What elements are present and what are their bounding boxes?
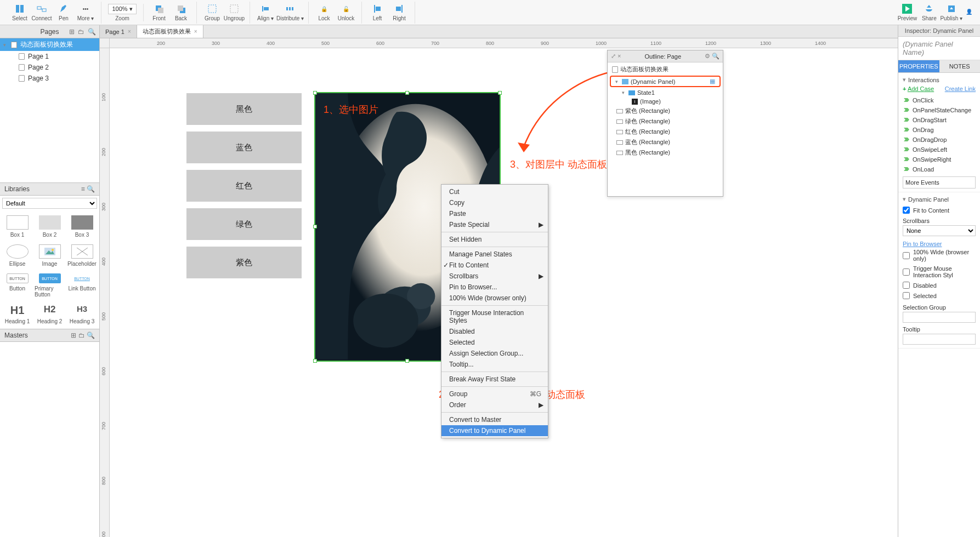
lib-placeholder[interactable]: Placeholder: [67, 242, 97, 269]
select-button[interactable]: Select: [9, 2, 31, 24]
ctx-tooltip[interactable]: Tooltip...: [441, 359, 548, 370]
ctx-group[interactable]: Group⌘G: [441, 389, 548, 399]
library-dropdown[interactable]: Default: [2, 198, 97, 209]
selected-checkbox[interactable]: Selected: [903, 290, 976, 301]
ctx-selected[interactable]: Selected: [441, 337, 548, 348]
ctx-100-wide[interactable]: 100% Wide (browser only): [441, 293, 548, 304]
outline-state[interactable]: ▾State1: [608, 88, 723, 97]
front-button[interactable]: Front: [148, 2, 170, 24]
page-tree-item[interactable]: Page 2: [0, 62, 99, 73]
more-button[interactable]: •••More ▾: [75, 2, 97, 24]
unpin-icon[interactable]: ⤢: [611, 53, 616, 59]
menu-icon[interactable]: ≡: [81, 185, 85, 193]
disabled-checkbox[interactable]: Disabled: [903, 280, 976, 290]
event-onpanelstatechange[interactable]: OnPanelStateChange: [903, 105, 976, 115]
ctx-break-state[interactable]: Break Away First State: [441, 374, 548, 385]
event-ondragstart[interactable]: OnDragStart: [903, 115, 976, 125]
canvas-area[interactable]: 200 300 400 500 600 700 800 900 1000 110…: [100, 38, 898, 537]
trigger-checkbox[interactable]: Trigger Mouse Interaction Styl: [903, 264, 976, 280]
search-icon[interactable]: 🔍: [712, 53, 720, 59]
filter-icon[interactable]: ⚙: [705, 53, 710, 59]
button-purple[interactable]: 紫色: [186, 247, 302, 278]
close-icon[interactable]: ×: [618, 53, 621, 59]
close-icon[interactable]: ×: [128, 28, 131, 35]
event-onswiperight[interactable]: OnSwipeRight: [903, 155, 976, 164]
ctx-set-hidden[interactable]: Set Hidden: [441, 234, 548, 245]
group-button[interactable]: Group: [201, 2, 223, 24]
page-tree-item[interactable]: Page 3: [0, 73, 99, 84]
ctx-copy[interactable]: Copy: [441, 197, 548, 208]
pen-button[interactable]: Pen: [53, 2, 75, 24]
back-button[interactable]: Back: [170, 2, 192, 24]
tooltip-input[interactable]: [903, 334, 976, 345]
button-black[interactable]: 黑色: [186, 93, 302, 125]
outline-rect[interactable]: 红色 (Rectangle): [608, 127, 723, 137]
ctx-cut[interactable]: Cut: [441, 186, 548, 197]
ctx-disabled[interactable]: Disabled: [441, 326, 548, 337]
wide-checkbox[interactable]: 100% Wide (browser only): [903, 247, 976, 264]
distribute-button[interactable]: Distribute ▾: [276, 2, 304, 24]
outline-root[interactable]: 动态面板切换效果: [608, 64, 723, 75]
outline-rect[interactable]: 蓝色 (Rectangle): [608, 137, 723, 147]
add-folder-icon[interactable]: 🗀: [78, 28, 84, 36]
search-icon[interactable]: 🔍: [88, 28, 96, 36]
search-icon[interactable]: 🔍: [87, 185, 95, 193]
share-button[interactable]: Share: [918, 2, 940, 24]
lib-primary-button[interactable]: BUTTONPrimary Button: [35, 271, 65, 300]
close-icon[interactable]: ×: [194, 28, 197, 35]
user-icon[interactable]: 👤: [962, 2, 976, 24]
page-tree-item[interactable]: Page 1: [0, 51, 99, 62]
tab-properties[interactable]: PROPERTIES: [898, 60, 939, 73]
align-left-button[interactable]: Left: [366, 2, 388, 24]
add-master-icon[interactable]: ⊞: [71, 332, 76, 339]
fit-to-content-checkbox[interactable]: Fit to Content: [903, 205, 976, 215]
outline-rect[interactable]: 绿色 (Rectangle): [608, 116, 723, 127]
lib-image[interactable]: Image: [35, 242, 65, 269]
button-blue[interactable]: 蓝色: [186, 132, 302, 163]
lib-button[interactable]: BUTTONButton: [2, 271, 32, 300]
inspector-name-field[interactable]: (Dynamic Panel Name): [898, 37, 980, 60]
add-page-icon[interactable]: ⊞: [69, 28, 75, 36]
outline-dynamic-panel[interactable]: ▾(Dynamic Panel)▦: [610, 76, 721, 87]
ctx-trigger-styles[interactable]: Trigger Mouse Interaction Styles: [441, 307, 548, 326]
ctx-fit-content[interactable]: ✓Fit to Content: [441, 260, 548, 271]
outline-image[interactable]: I(Image): [608, 97, 723, 106]
connect-button[interactable]: Connect: [31, 2, 53, 24]
preview-button[interactable]: Preview: [896, 2, 918, 24]
lib-h3[interactable]: H3Heading 3: [67, 302, 97, 327]
event-onswipeleft[interactable]: OnSwipeLeft: [903, 145, 976, 155]
outline-rect[interactable]: 紫色 (Rectangle): [608, 106, 723, 116]
pin-to-browser-link[interactable]: Pin to Browser: [903, 241, 942, 247]
page-tree-root[interactable]: ▾动态面板切换效果: [0, 38, 99, 51]
align-right-button[interactable]: Right: [388, 2, 410, 24]
tab-dynamic-panel[interactable]: 动态面板切换效果×: [137, 25, 203, 38]
lib-box3[interactable]: Box 3: [67, 213, 97, 240]
selection-group-input[interactable]: [903, 312, 976, 323]
ctx-order[interactable]: Order▶: [441, 399, 548, 410]
ctx-convert-dp[interactable]: Convert to Dynamic Panel: [441, 425, 548, 436]
unlock-button[interactable]: 🔓Unlock: [335, 2, 357, 24]
ctx-paste-special[interactable]: Paste Special▶: [441, 219, 548, 230]
ctx-paste[interactable]: Paste: [441, 208, 548, 219]
ctx-manage-states[interactable]: Manage Panel States: [441, 249, 548, 260]
create-link[interactable]: Create Link: [945, 85, 976, 92]
tab-notes[interactable]: NOTES: [939, 60, 981, 73]
lib-box1[interactable]: Box 1: [2, 213, 32, 240]
more-events-dropdown[interactable]: More Events: [903, 176, 976, 188]
canvas[interactable]: 黑色 蓝色 红色 绿色 紫色: [110, 48, 898, 537]
event-onclick[interactable]: OnClick: [903, 95, 976, 105]
lib-box2[interactable]: Box 2: [35, 213, 65, 240]
event-ondragdrop[interactable]: OnDragDrop: [903, 135, 976, 145]
ungroup-button[interactable]: Ungroup: [223, 2, 245, 24]
add-case-link[interactable]: Add Case: [908, 85, 934, 92]
ctx-convert-master[interactable]: Convert to Master: [441, 414, 548, 425]
ctx-scrollbars[interactable]: Scrollbars▶: [441, 271, 548, 282]
scrollbars-select[interactable]: None: [903, 225, 976, 236]
ctx-pin-browser[interactable]: Pin to Browser...: [441, 282, 548, 293]
event-ondrag[interactable]: OnDrag: [903, 125, 976, 135]
ctx-assign-group[interactable]: Assign Selection Group...: [441, 348, 548, 359]
event-onload[interactable]: OnLoad: [903, 164, 976, 174]
lib-ellipse[interactable]: Ellipse: [2, 242, 32, 269]
button-green[interactable]: 绿色: [186, 208, 302, 240]
add-folder-icon[interactable]: 🗀: [78, 332, 85, 339]
